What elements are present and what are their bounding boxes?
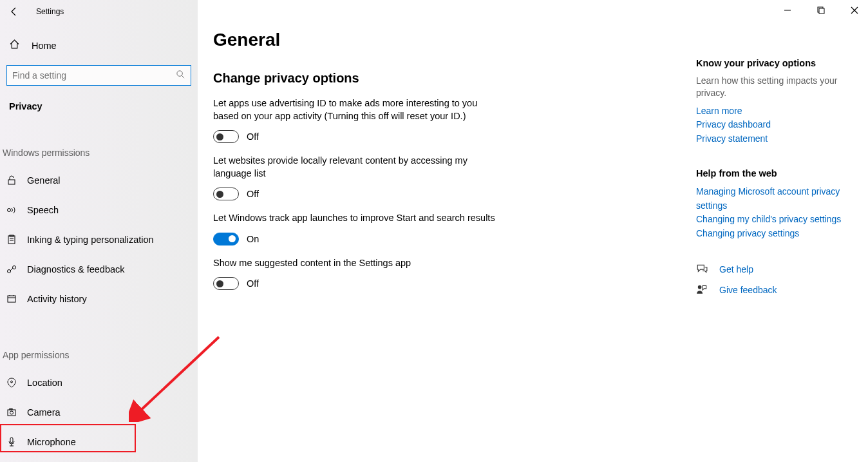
link-privacy-dashboard[interactable]: Privacy dashboard [696, 118, 863, 132]
sidebar-item-location[interactable]: Location [0, 368, 198, 398]
toggle-suggested-content[interactable] [213, 277, 239, 290]
right-column: Know your privacy options Learn how this… [696, 30, 863, 462]
home-icon [9, 39, 20, 52]
svg-rect-3 [8, 236, 15, 244]
setting-desc: Let apps use advertising ID to make ads … [213, 97, 496, 122]
svg-point-10 [10, 411, 14, 414]
svg-point-0 [177, 70, 182, 75]
toggle-advertising-id[interactable] [213, 130, 239, 143]
home-label: Home [32, 41, 57, 51]
feedback-icon [5, 264, 18, 274]
sidebar-item-speech[interactable]: Speech [0, 195, 198, 225]
svg-rect-9 [8, 410, 15, 416]
toggle-state: Off [247, 131, 259, 142]
sidebar: Settings Home Privacy Windows permission… [0, 0, 198, 462]
sidebar-item-label: Diagnostics & feedback [27, 264, 125, 274]
feedback-person-icon [696, 284, 708, 298]
camera-icon [5, 407, 18, 418]
toggle-state: Off [247, 278, 259, 289]
annotation-highlight [0, 424, 136, 452]
sidebar-item-general[interactable]: General [0, 166, 198, 195]
svg-point-13 [698, 285, 702, 289]
maximize-button[interactable] [811, 3, 831, 18]
setting-desc: Let websites provide locally relevant co… [213, 155, 496, 180]
help-web-head: Help from the web [696, 168, 863, 178]
minimize-button[interactable] [778, 3, 797, 18]
svg-rect-1 [8, 180, 15, 184]
svg-rect-7 [8, 296, 15, 302]
svg-rect-15 [819, 8, 824, 14]
setting-desc: Let Windows track app launches to improv… [213, 212, 496, 225]
sidebar-item-label: Inking & typing personalization [27, 235, 154, 245]
svg-point-8 [11, 381, 13, 383]
svg-point-2 [8, 209, 11, 212]
window-title: Settings [36, 7, 64, 16]
search-input[interactable] [6, 65, 191, 86]
sidebar-item-inking[interactable]: Inking & typing personalization [0, 225, 198, 255]
toggle-state: Off [247, 189, 259, 199]
toggle-state: On [247, 234, 259, 244]
privacy-options-head: Know your privacy options [696, 58, 863, 68]
sidebar-item-label: Speech [27, 205, 59, 215]
sidebar-item-label: General [27, 175, 61, 186]
sidebar-item-diagnostics[interactable]: Diagnostics & feedback [0, 255, 198, 284]
sidebar-item-camera[interactable]: Camera [0, 398, 198, 427]
svg-point-6 [13, 266, 16, 269]
toggle-track-launches[interactable] [213, 233, 239, 245]
sidebar-item-label: Location [27, 378, 62, 388]
lock-icon [5, 175, 18, 186]
sidebar-item-activity[interactable]: Activity history [0, 284, 198, 314]
link-managing-account[interactable]: Managing Microsoft account privacy setti… [696, 185, 863, 213]
toggle-language-list[interactable] [213, 188, 239, 200]
link-changing-privacy[interactable]: Changing privacy settings [696, 227, 863, 241]
group-windows-permissions: Windows permissions [0, 111, 198, 166]
close-button[interactable] [845, 3, 864, 18]
main-content: General Change privacy options Let apps … [213, 30, 690, 462]
link-privacy-statement[interactable]: Privacy statement [696, 132, 863, 146]
link-get-help[interactable]: Get help [719, 263, 753, 277]
chat-icon [696, 263, 708, 277]
history-icon [5, 294, 18, 304]
svg-rect-11 [10, 409, 12, 410]
link-learn-more[interactable]: Learn more [696, 104, 863, 119]
privacy-options-desc: Learn how this setting impacts your priv… [696, 75, 863, 99]
back-button[interactable] [8, 5, 21, 18]
svg-point-5 [8, 270, 11, 273]
subheading: Change privacy options [213, 71, 690, 86]
search-field[interactable] [12, 70, 176, 81]
link-give-feedback[interactable]: Give feedback [719, 284, 777, 298]
group-app-permissions: App permissions [0, 314, 198, 368]
section-title: Privacy [0, 86, 198, 111]
clipboard-icon [5, 235, 18, 245]
sidebar-item-label: Activity history [27, 294, 87, 304]
location-icon [5, 378, 18, 388]
speech-icon [5, 205, 18, 215]
home-nav[interactable]: Home [0, 32, 198, 59]
page-title: General [213, 30, 690, 50]
search-icon [176, 70, 185, 82]
sidebar-item-label: Camera [27, 407, 61, 418]
link-child-privacy[interactable]: Changing my child's privacy settings [696, 213, 863, 227]
setting-desc: Show me suggested content in the Setting… [213, 257, 496, 270]
